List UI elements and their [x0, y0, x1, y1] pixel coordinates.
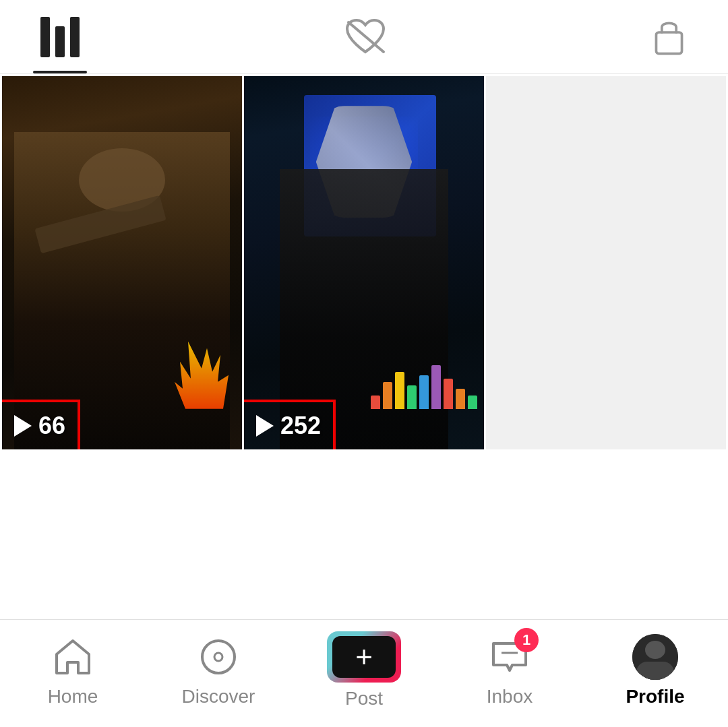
- home-icon: [51, 635, 94, 678]
- play-count-overlay-1: 66: [2, 402, 78, 449]
- avatar-head: [645, 641, 665, 659]
- profile-avatar: [632, 634, 678, 680]
- top-bar: [0, 0, 728, 74]
- video-bg-3: [486, 76, 726, 449]
- profile-icon-wrap: [632, 633, 679, 681]
- nav-item-inbox[interactable]: 1 Inbox: [466, 633, 553, 707]
- grid-bar-3: [70, 17, 80, 57]
- inbox-badge: 1: [514, 628, 539, 652]
- bottom-nav: Home Discover + Post 1: [0, 619, 728, 727]
- svg-point-3: [214, 653, 222, 661]
- discover-icon: [197, 635, 240, 678]
- video-grid: 66: [0, 74, 728, 451]
- svg-line-0: [348, 22, 384, 52]
- grid-icon: [40, 17, 80, 57]
- video-tile-3[interactable]: [486, 76, 726, 449]
- svg-point-2: [202, 641, 235, 673]
- post-plus-icon: +: [355, 642, 373, 672]
- play-icon-2: [256, 415, 274, 437]
- video-tile-2[interactable]: 252: [244, 76, 484, 449]
- grid-bar-2: [55, 26, 65, 57]
- home-icon-wrap: [49, 633, 96, 681]
- post-label: Post: [345, 688, 383, 709]
- home-label: Home: [48, 686, 98, 707]
- post-button-wrap: +: [327, 631, 401, 683]
- play-count-1: 66: [38, 412, 65, 440]
- svg-rect-1: [656, 32, 681, 54]
- discover-label: Discover: [182, 686, 255, 707]
- video-tile-1[interactable]: 66: [2, 76, 242, 449]
- nav-item-home[interactable]: Home: [29, 633, 117, 707]
- play-count-overlay-2: 252: [244, 402, 333, 449]
- grid-bar-1: [40, 17, 50, 57]
- nav-item-discover[interactable]: Discover: [175, 633, 262, 707]
- grid-view-button[interactable]: [40, 17, 80, 57]
- play-count-2: 252: [280, 412, 321, 440]
- discover-icon-wrap: [195, 633, 242, 681]
- inbox-icon-wrap: 1: [486, 633, 533, 681]
- profile-label: Profile: [626, 686, 684, 707]
- post-button[interactable]: +: [327, 631, 401, 683]
- play-icon-1: [14, 415, 32, 437]
- fire-decoration: [175, 342, 229, 409]
- liked-videos-button[interactable]: [342, 17, 389, 57]
- inbox-label: Inbox: [487, 686, 533, 707]
- post-button-inner: +: [332, 636, 396, 678]
- content-area: 66: [0, 74, 728, 619]
- equalizer-decoration: [371, 355, 477, 409]
- avatar-shoulders: [636, 662, 674, 680]
- private-videos-button[interactable]: [650, 15, 688, 59]
- nav-item-post[interactable]: + Post: [320, 631, 408, 709]
- avatar-body: [632, 634, 678, 680]
- nav-item-profile[interactable]: Profile: [611, 633, 699, 707]
